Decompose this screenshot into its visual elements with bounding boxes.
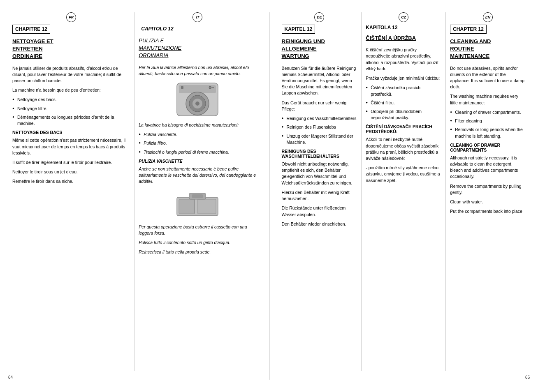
it-bullet2: Pulizia filtro. [139,140,256,146]
drawer-image [139,189,256,220]
de-subsection: REINIGUNG DES WASCHMITTELBEHÄLTERS [282,149,357,159]
right-page: DE KAPITEL 12 REINIGUNG UND ALLGEMEINE W… [269,12,530,380]
it-sub3: Pulisca tutto il contenuto sotto un gett… [139,240,256,246]
fr-sub2: Il suffit de tirer légèrement sur le tir… [12,159,130,166]
fr-column: FR CHAPITRE 12 NETTOYAGE ET ENTRETIEN OR… [8,12,134,371]
en-sub4: Put the compartments back into place [450,208,526,214]
de-chapter: KAPITEL 12 [282,25,315,34]
en-subsection: CLEANING OF DRAWER COMPARTMENTS [450,143,526,152]
de-sub4: Den Behälter wieder einschieben. [282,221,357,227]
de-title: REINIGUNG UND ALLGEMEINE WARTUNG [282,38,357,60]
de-column: DE KAPITEL 12 REINIGUNG UND ALLGEMEINE W… [278,12,362,371]
en-chapter: CHAPTER 12 [450,25,487,34]
it-para2: La lavatrice ha bisogno di pochissime ma… [139,122,256,128]
fr-sub1: Même si cette opération n'est pas strict… [12,137,130,156]
it-bullet3: Traslochi o lunghi periodi di fermo macc… [139,149,256,155]
cz-chapter: KAPITOLA 12 [366,25,441,30]
washing-machine-image [139,81,256,118]
cz-column: CZ KAPITOLA 12 ČIŠTĚNÍ A ÚDRŽBA K čištěn… [362,12,446,371]
it-title: PULIZIA E MANUTENZIONE ORDINARIA [139,37,256,60]
page-container: FR CHAPITRE 12 NETTOYAGE ET ENTRETIEN OR… [0,0,538,392]
en-sub2: Remove the compartments by pulling gentl… [450,183,526,196]
cz-title: ČIŠTĚNÍ A ÚDRŽBA [366,35,441,42]
it-sub1: Anche se non strettamente necessario è b… [139,166,256,185]
svg-rect-11 [197,199,216,214]
cz-sub1: Ačkoli to není nezbytně nutné, doporučuj… [366,136,441,161]
de-circle: DE [314,12,324,22]
it-subsection: PULIZIA VASCHETTE [139,159,256,164]
it-circle: IT [192,12,202,22]
cz-circle: CZ [399,12,408,22]
de-para1: Benutzen Sie für die äußere Reinigung ni… [282,65,357,97]
cz-lang-badge: CZ [366,12,441,22]
de-lang-badge: DE [282,12,357,22]
fr-title: NETTOYAGE ET ENTRETIEN ORDINAIRE [12,38,130,60]
it-bullet1: Pulizia vaschette. [139,131,256,138]
en-sub3: Clean with water. [450,199,526,205]
right-page-number: 65 [278,375,530,380]
fr-subsection: NETTOYAGE DES BACS [12,130,130,135]
it-sub4: Reinserisca il tutto nella propria sede. [139,249,256,255]
svg-point-7 [209,86,211,89]
fr-sub4: Remettre le tiroir dans sa niche. [12,178,130,184]
de-bullet1: Reinigung des Waschmittelbehälters [282,115,357,122]
fr-sub3: Nettoyer le tiroir sous un jet d'eau. [12,169,130,175]
fr-bullet1: Nettoyage des bacs. [12,97,130,103]
en-para2: The washing machine requires very little… [450,93,526,106]
fr-bullet2: Nettoyage filtre. [12,106,130,112]
de-sub2: Hierzu den Behälter mit wenig Kraft hera… [282,189,357,202]
cz-subsection: ČIŠTĚNÍ DÁVKOVAČE PRACÍCH PROSTŘEDKŮ: [366,124,441,134]
svg-rect-10 [179,199,195,214]
fr-para2: La machine n'a besoin que de peu d'entre… [12,87,130,93]
de-bullet3: Umzug oder längerer Stillstand der Masch… [282,133,357,145]
fr-bullet3: Déménagements ou longues périodes d'arrê… [12,114,130,127]
en-sub1: Although not strictly necessary, it is a… [450,155,526,180]
en-bullet3: Removals or long periods when the machin… [450,127,526,139]
en-circle: EN [483,12,493,22]
cz-bullet2: Čištění filtru. [366,100,441,106]
svg-rect-13 [192,194,203,198]
fr-para1: Ne jamais utiliser de produits abrasifs,… [12,65,130,84]
cz-para2: Pračka vyžaduje jen minimální údržbu: [366,75,441,81]
fr-chapter: CHAPITRE 12 [12,25,50,34]
left-page: FR CHAPITRE 12 NETTOYAGE ET ENTRETIEN OR… [8,12,269,380]
en-column: EN CHAPTER 12 CLEANING AND ROUTINE MAINT… [446,12,530,371]
it-para1: Per la Sua lavatrice all'esterno non usi… [139,65,256,77]
en-bullet2: Filter cleaning [450,118,526,124]
cz-sub2: - použitím mírné síly vytáhneme celou zá… [366,165,441,184]
en-bullet1: Cleaning of drawer compartments. [450,109,526,115]
de-para2: Das Gerät braucht nur sehr wenig Pflege: [282,100,357,112]
fr-lang-badge: FR [12,12,130,22]
de-sub3: Die Rückstände unter fließendem Wasser a… [282,205,357,217]
en-para1: Do not use abrasives, spirits and/or dil… [450,65,526,90]
it-column: IT CAPITOLO 12 PULIZIA E MANUTENZIONE OR… [134,12,260,371]
it-sub2: Per questa operazione basta estrarre il … [139,224,256,236]
en-title: CLEANING AND ROUTINE MAINTENANCE [450,38,526,60]
de-bullet2: Reinigen des Flusensiebs [282,124,357,130]
svg-point-5 [195,101,199,106]
cz-bullet3: Odpojení při dlouhodobém nepoužívání pra… [366,108,441,121]
left-page-number: 64 [8,375,261,380]
it-chapter: CAPITOLO 12 [139,25,176,33]
cz-para1: K čištění zevnějšku pračky nepoužívejte … [366,47,441,72]
svg-point-8 [212,87,214,88]
de-sub1: Obwohl nicht unbedingt notwendig, empfie… [282,161,357,186]
svg-rect-6 [181,86,183,89]
it-lang-badge: IT [139,12,256,22]
fr-circle: FR [66,12,76,22]
en-lang-badge: EN [450,12,526,22]
cz-bullet1: Čištění zásobníku pracích prostředků. [366,85,441,97]
